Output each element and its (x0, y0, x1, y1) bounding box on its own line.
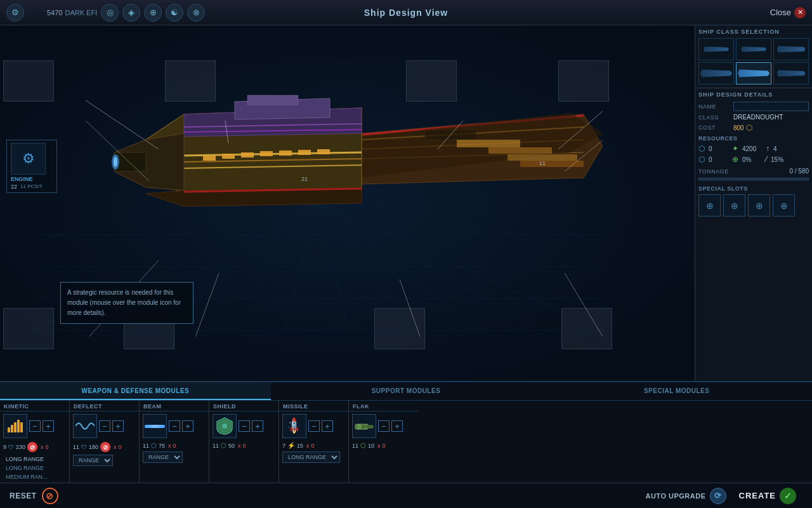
reset-button[interactable]: RESET ⊘ (10, 488, 58, 504)
special-slot-1[interactable]: ⊕ (698, 194, 721, 217)
svg-rect-62 (365, 425, 373, 428)
beam-icon-graphic (145, 425, 165, 428)
cost-row: COST 800 ⬡ (698, 123, 809, 132)
svg-point-60 (222, 424, 227, 429)
class-label: CLASS (698, 114, 733, 121)
nav-icon-6[interactable]: ⊗ (187, 4, 205, 22)
flak-x-val: 0 (383, 443, 386, 449)
missile-x-label: x (306, 443, 310, 449)
deflect-header: DEFLECT (70, 401, 139, 411)
kinetic-increase[interactable]: + (43, 420, 54, 432)
close-icon: ✕ (794, 7, 806, 18)
right-actions: AUTO UPGRADE ⟳ CREATE ✓ (645, 485, 802, 507)
ship-class-carrier[interactable] (773, 62, 809, 84)
kinetic-stat1: 230 (16, 444, 25, 450)
create-check-icon: ✓ (780, 488, 796, 504)
beam-range-select[interactable]: RANGE (143, 451, 183, 463)
deflect-increase[interactable]: + (112, 420, 124, 432)
deflect-decrease[interactable]: − (99, 420, 110, 432)
cost-icon: ⬡ (746, 123, 752, 132)
special-slot-3[interactable]: ⊕ (748, 194, 770, 217)
deflect-no-badge: ⊘ (100, 442, 110, 452)
deflect-range-select[interactable]: RANGE (73, 455, 113, 466)
missile-range-select[interactable]: LONG RANGE (282, 451, 340, 463)
resource-2-value: 4200 (742, 145, 758, 152)
nav-icon-4[interactable]: ⊕ (144, 4, 162, 22)
resources-label: RESOURCES (698, 135, 809, 142)
beam-stats: 11 ⬡ 75 x 0 (140, 441, 209, 450)
ship-class-section: SHIP CLASS SELECTION (695, 25, 812, 88)
svg-rect-40 (317, 149, 330, 154)
shield-stat1: 50 (228, 443, 235, 449)
k-bar-5 (20, 422, 23, 432)
ship-class-battlecruiser[interactable] (698, 62, 734, 84)
beam-decrease[interactable]: − (169, 420, 180, 432)
tab-support[interactable]: SUPPORT MODULES (271, 382, 542, 400)
design-details-title: SHIP DESIGN DETAILS (698, 91, 809, 98)
kinetic-medium-range[interactable]: MEDIUM RAN... (3, 472, 66, 481)
special-slots-row: ⊕ ⊕ ⊕ ⊕ (698, 194, 809, 217)
resource-5-icon: ⊕ (732, 155, 738, 164)
deflect-module-icon[interactable] (73, 414, 97, 438)
special-slot-4[interactable]: ⊕ (773, 194, 795, 217)
svg-rect-35 (222, 154, 235, 159)
nav-icon-5[interactable]: ☯ (166, 4, 183, 22)
resource-2-icon: ✦ (732, 144, 738, 153)
ship-class-dreadnought[interactable] (736, 62, 771, 84)
missile-x-val: 0 (311, 443, 315, 449)
engine-count: 22 (11, 184, 17, 190)
class-row: CLASS DREADNOUGHT (698, 114, 809, 121)
auto-upgrade-button[interactable]: AUTO UPGRADE ⟳ (645, 488, 726, 504)
special-slot-2[interactable]: ⊕ (723, 194, 745, 217)
flak-increase[interactable]: + (391, 420, 403, 432)
missile-increase[interactable]: + (322, 420, 333, 432)
flak-decrease[interactable]: − (378, 420, 390, 432)
svg-rect-39 (298, 150, 311, 155)
shield-increase[interactable]: + (252, 420, 263, 432)
svg-text:11: 11 (539, 160, 546, 166)
name-value[interactable] (733, 102, 809, 111)
tab-special-label: SPECIAL MODULES (644, 387, 709, 394)
deflect-stats: 11 🛡 180 ⊘ x 0 (70, 441, 139, 453)
flak-module-icon[interactable] (352, 414, 376, 438)
window-title: Ship Design View (364, 8, 448, 18)
flak-stat1: 10 (368, 443, 374, 449)
svg-rect-33 (247, 95, 298, 105)
right-panel: SHIP CLASS SELECTION (695, 25, 812, 381)
kinetic-stats: 9 🛡 230 ⊘ x 0 (0, 441, 69, 453)
module-tooltip: A strategic resource is needed for this … (60, 282, 193, 324)
tonnage-section: TONNAGE 0 / 580 (698, 168, 809, 180)
kinetic-long-range-2[interactable]: LONG RANGE (3, 464, 66, 472)
nav-icon-3[interactable]: ◈ (122, 4, 140, 22)
kinetic-decrease[interactable]: − (29, 420, 41, 432)
svg-rect-37 (260, 151, 273, 156)
action-bar: RESET ⊘ AUTO UPGRADE ⟳ CREATE ✓ (0, 483, 812, 508)
missile-stat1: 15 (297, 443, 303, 449)
kinetic-long-range[interactable]: LONG RANGE (3, 455, 66, 464)
missile-module-icon[interactable]: 🚀 (282, 414, 306, 438)
ship-viewport[interactable]: ⚙ ENGINE 22 11 PCS/T (0, 25, 695, 381)
close-button[interactable]: Close ✕ (770, 7, 806, 18)
ship-class-title: SHIP CLASS SELECTION (698, 29, 809, 35)
kinetic-module-icon[interactable] (3, 414, 27, 438)
k-bar-1 (8, 427, 10, 432)
missile-decrease[interactable]: − (308, 420, 320, 432)
k-bar-4 (17, 420, 20, 432)
beam-header: BEAM (140, 401, 209, 411)
ship-class-destroyer[interactable] (736, 38, 771, 60)
name-input[interactable] (733, 102, 809, 111)
flak-count: 11 (352, 443, 358, 449)
ship-class-frigate[interactable] (698, 38, 734, 60)
tab-weapon-defense[interactable]: WEAPON & DEFENSE MODULES (0, 382, 271, 400)
nav-icon-2[interactable]: ◎ (101, 4, 119, 22)
nav-icon-1[interactable]: ⚙ (6, 4, 24, 22)
ship-class-cruiser[interactable] (773, 38, 809, 60)
resource-4-icon: ⬡ (698, 155, 705, 164)
tab-special[interactable]: SPECIAL MODULES (541, 382, 812, 400)
beam-increase[interactable]: + (182, 420, 193, 432)
beam-module-icon[interactable] (143, 414, 167, 438)
shield-decrease[interactable]: − (239, 420, 250, 432)
shield-module-icon[interactable] (213, 414, 237, 438)
create-button[interactable]: CREATE ✓ (733, 485, 802, 507)
class-value: DREADNOUGHT (733, 114, 809, 121)
